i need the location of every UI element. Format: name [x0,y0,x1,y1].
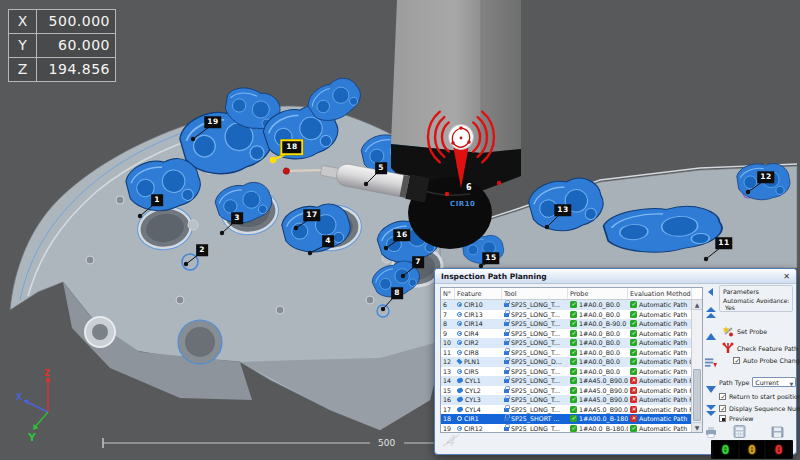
table-row-6[interactable]: 6CIR10SP25_LONG_T...✓1#A0.0_B0.0✓Automat… [441,300,691,310]
table-row-18[interactable]: 18CIR1SP25_SHORT ...✓1#A90.0_B-180.0✕Aut… [441,414,691,424]
table-body: 6CIR10SP25_LONG_T...✓1#A0.0_B0.0✓Automat… [441,300,691,432]
preview-checkbox[interactable]: Preview [719,415,754,422]
feature-marker-13[interactable]: 13 [554,204,571,216]
auto-probe-change-checkbox[interactable]: Auto Probe Change [733,357,800,364]
automatic-avoidance: Automatic Avoidance: Yes [723,297,792,311]
feature-marker-4[interactable]: 4 [322,235,334,247]
feature-marker-5[interactable]: 5 [375,162,387,174]
check-icon: ✓ [570,311,577,318]
set-probe-button[interactable]: Set Probe [722,325,767,337]
feature-type-icon [457,369,462,374]
feature-marker-18[interactable]: 18 [280,139,303,155]
col-feature: Feature [455,288,502,299]
table-row-15[interactable]: 15CYL2SP25_LONG_T...✓1#A45.0_B90.0✕Autom… [441,386,691,396]
chevron-down-icon: ▼ [789,380,793,389]
coord-axis-y: Y [9,34,37,57]
lock-icon [504,427,509,431]
save-icon[interactable] [771,425,784,438]
table-scrollbar[interactable]: ▲ ▼ [691,300,702,432]
report-icon[interactable] [705,426,717,438]
inspection-path-planning-dialog: Inspection Path Planning ✕ N° Feature To… [434,268,797,455]
scroll-down-icon[interactable]: ▼ [692,422,702,432]
feature-marker-16[interactable]: 16 [393,229,410,241]
feature-marker-12[interactable]: 12 [757,171,774,183]
scroll-thumb[interactable] [693,369,701,421]
coord-value-x: 500.000 [37,10,115,33]
table-row-11[interactable]: 11CIR8SP25_LONG_T...✓1#A0.0_B0.0✓Automat… [441,348,691,358]
calculate-icon[interactable] [733,425,746,438]
feature-marker-11[interactable]: 11 [715,237,732,249]
sequence-list-icon[interactable] [705,357,717,369]
table-row-12[interactable]: 12PLN1SP25_LONG_D...✓1#A0.0_B0.0✓Automat… [441,357,691,367]
check-icon: ✓ [630,339,637,346]
feature-type-icon [457,340,462,345]
table-row-8[interactable]: 8CIR14SP25_LONG_T...✓1#A0.0_B-90.0✓Autom… [441,319,691,329]
feature-marker-2[interactable]: 2 [196,244,208,256]
table-row-19[interactable]: 19CIR12SP25_LONG_T...✓1#A0.0_B-180.0✓Aut… [441,424,691,433]
check-icon: ✓ [570,320,577,327]
check-icon: ✓ [630,311,637,318]
checkbox-icon [719,405,726,412]
lock-icon [504,332,509,336]
lock-icon [504,389,509,393]
check-icon: ✓ [630,425,637,432]
feature-type-icon [456,406,463,413]
feature-marker-19[interactable]: 19 [204,116,221,128]
parameters-group: Parameters Automatic Avoidance: Yes [719,285,793,312]
feature-marker-17[interactable]: 17 [303,209,320,221]
path-type-row: Path Type Current ▼ [719,377,796,387]
table-header: N° Feature Tool Probe Evaluation Method [441,288,702,300]
table-row-13[interactable]: 13CIR5SP25_LONG_T...✓1#A0.0_B0.0✓Automat… [441,367,691,377]
table-row-7[interactable]: 7CIR13SP25_LONG_T...✓1#A0.0_B0.0✓Automat… [441,310,691,320]
triad-x-label: X [16,393,23,402]
return-to-start-checkbox[interactable]: Return to start position [719,393,800,400]
move-bottom-icon[interactable] [705,404,717,416]
feature-marker-15[interactable]: 15 [482,252,499,264]
table-row-9[interactable]: 9CIR4SP25_LONG_T...✓1#A0.0_B0.0✓Automati… [441,329,691,339]
parameters-panel: Parameters Automatic Avoidance: Yes Set … [719,285,794,452]
scroll-up-icon[interactable]: ▲ [692,300,702,310]
collapse-panel-icon[interactable] [705,286,717,298]
coord-axis-x: X [9,10,37,33]
lock-icon [504,379,509,383]
check-icon: ✓ [570,358,577,365]
check-icon: ✓ [570,396,577,403]
feature-marker-3[interactable]: 3 [231,212,243,224]
counter-2: 0 [766,441,791,458]
move-top-icon[interactable] [705,307,717,319]
probe-feature-name: CIR10 [450,200,475,208]
dialog-close-icon[interactable]: ✕ [783,272,790,281]
feature-marker-1[interactable]: 1 [151,194,163,206]
col-evaluation: Evaluation Method [628,288,692,299]
sequence-toolbar [703,285,719,450]
check-icon: ✓ [570,415,577,422]
checkbox-icon [733,357,740,364]
checkbox-icon [719,415,726,422]
lock-icon [504,351,509,355]
feature-type-icon [456,377,463,384]
lock-icon [504,398,509,402]
dialog-titlebar[interactable]: Inspection Path Planning ✕ [435,269,796,284]
feature-marker-8[interactable]: 8 [391,287,403,299]
cross-icon: ✕ [630,406,637,413]
feature-type-icon [457,426,462,431]
table-row-16[interactable]: 16CYL3SP25_LONG_T...✓1#A45.0_B90.0✕Autom… [441,395,691,405]
check-icon: ✓ [630,330,637,337]
table-row-14[interactable]: 14CYL1SP25_LONG_T...✓1#A45.0_B90.0✕Autom… [441,376,691,386]
check-feature-path-button[interactable]: Check Feature Path [722,342,798,354]
feature-type-icon [456,396,463,403]
feature-type-icon [456,359,462,365]
counter-1: 0 [740,441,765,458]
table-row-10[interactable]: 10CIR2SP25_LONG_T...✓1#A0.0_B0.0✓Automat… [441,338,691,348]
table-row-17[interactable]: 17CYL4SP25_LONG_T...✓1#A45.0_B90.0✕Autom… [441,405,691,415]
move-up-icon[interactable] [705,332,717,344]
counter-0: 0 [713,441,738,458]
check-icon: ✓ [630,320,637,327]
feature-marker-7[interactable]: 7 [412,256,424,268]
path-type-select[interactable]: Current ▼ [752,377,796,387]
display-sequence-checkbox[interactable]: Display Sequence Number [719,405,800,412]
move-down-icon[interactable] [705,382,717,394]
cross-icon: ✕ [630,396,637,403]
cross-icon: ✕ [630,377,637,384]
coord-row-z: Z 194.856 [9,58,115,81]
